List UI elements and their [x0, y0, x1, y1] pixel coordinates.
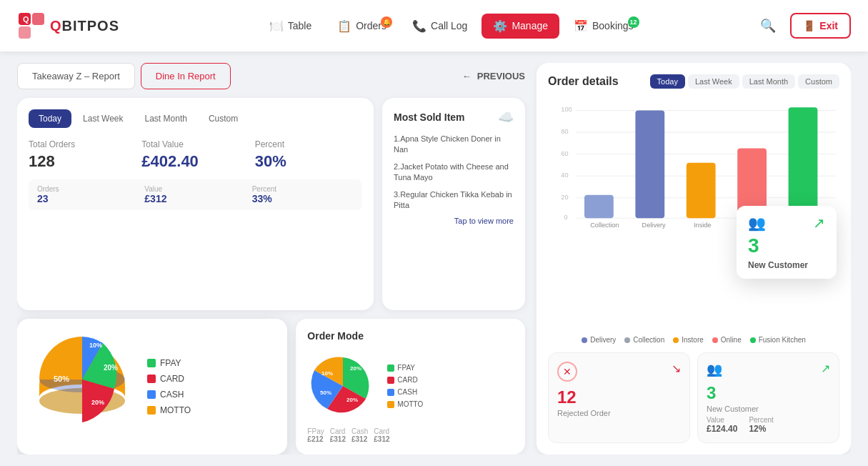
takeaway-tab-label: Takeaway Z – Report — [32, 71, 120, 81]
total-value-label: Total Value — [141, 139, 249, 149]
new-customer-icons: 👥 ↗ — [707, 362, 830, 377]
legend-instore-dot — [673, 337, 679, 343]
rejected-label: Rejected Order — [557, 409, 681, 417]
order-mode-title: Order Mode — [307, 330, 514, 342]
mode-motto-label: MOTTO — [397, 400, 423, 408]
new-customer-sub: Value£124.40 Percent12% — [707, 416, 830, 434]
sold-item-2: 2.Jacket Potato with Cheese and Tuna May… — [394, 162, 514, 184]
svg-text:40: 40 — [561, 172, 568, 179]
floating-new-customer-card: 👥 ↗ 3 New Customer — [737, 206, 837, 279]
svg-text:Collection: Collection — [590, 222, 619, 229]
card-label: CARD — [160, 374, 184, 384]
bar-delivery — [635, 110, 664, 218]
sold-item-3: 3.Regular Chicken Tikka Kebab in Pitta — [394, 189, 514, 212]
new-customer-icon: 👥 — [707, 362, 722, 377]
data-cell-percent: Percent 33% — [252, 185, 354, 204]
tap-more-link[interactable]: Tap to view more — [394, 217, 514, 225]
legend-delivery: Delivery — [582, 336, 616, 344]
most-sold-card: Most Sold Item ☁️ 1.Apna Style Chicken D… — [382, 98, 525, 310]
legend-delivery-dot — [582, 337, 587, 343]
table-icon: 🍽️ — [269, 19, 284, 33]
nav-item-bookings[interactable]: 📅 Bookings 12 — [562, 14, 645, 39]
nav-label-manage: Manage — [512, 20, 548, 31]
svg-text:100: 100 — [561, 106, 572, 113]
total-orders-label: Total Orders — [29, 139, 136, 149]
pie-chart-card: 50% 10% 20% 20% FPAY CARD — [17, 319, 287, 455]
calllog-icon: 📞 — [412, 19, 426, 33]
nav-item-orders[interactable]: 📋 Orders 🔔 — [326, 14, 398, 39]
percent-label: Percent — [255, 139, 362, 149]
nav-item-calllog[interactable]: 📞 Call Log — [401, 14, 479, 39]
legend-collection: Collection — [624, 336, 664, 344]
period-tab-lastweek[interactable]: Last Week — [73, 109, 133, 128]
cloud-icon: ☁️ — [498, 109, 514, 125]
od-tab-custom[interactable]: Custom — [798, 74, 839, 89]
svg-text:80: 80 — [561, 128, 568, 135]
header-actions: 🔍 🚪 Exit — [754, 12, 851, 39]
order-details-title: Order details — [548, 75, 619, 88]
manage-icon: ⚙️ — [493, 19, 507, 33]
search-button[interactable]: 🔍 — [754, 12, 782, 39]
back-arrow-icon[interactable]: ← — [462, 71, 472, 81]
bar-inside — [687, 163, 716, 219]
mode-legend: FPAY CARD CASH — [387, 350, 423, 422]
bookings-badge: 12 — [628, 16, 639, 28]
order-details-header: Order details Today Last Week Last Month… — [548, 74, 839, 89]
new-customer-label: New Customer — [707, 405, 830, 413]
nav-label-bookings: Bookings — [592, 20, 634, 31]
pie-chart-area: 50% 10% 20% 20% — [29, 333, 136, 440]
nc-card-icons: 👥 ↗ — [748, 214, 825, 232]
mode-fpay-val: FPay £212 — [307, 427, 324, 443]
svg-text:20: 20 — [561, 194, 568, 201]
mode-legend-fpay: FPAY — [387, 364, 423, 372]
total-orders-stat: Total Orders 128 — [29, 139, 136, 171]
report-tabs: Takeaway Z – Report Dine In Report ← PRE… — [17, 63, 525, 89]
report-tab-dinein[interactable]: Dine In Report — [141, 63, 231, 89]
stats-card: Today Last Week Last Month Custom — [17, 98, 374, 310]
exit-button[interactable]: 🚪 Exit — [790, 13, 851, 39]
period-tab-today[interactable]: Today — [29, 109, 71, 128]
legend-item-motto: MOTTO — [147, 405, 191, 415]
cards-row: Today Last Week Last Month Custom — [17, 98, 525, 310]
order-mode-content: 20% 20% 50% 10% FPAY — [307, 350, 514, 422]
main-content: Takeaway Z – Report Dine In Report ← PRE… — [0, 51, 868, 466]
od-tab-today[interactable]: Today — [650, 74, 685, 89]
nav-item-manage[interactable]: ⚙️ Manage — [482, 14, 559, 39]
od-tab-lastmonth[interactable]: Last Month — [742, 74, 795, 89]
percent-value: 30% — [255, 152, 362, 171]
card-dot — [147, 375, 156, 383]
od-tab-lastweek[interactable]: Last Week — [688, 74, 739, 89]
mode-cash-dot — [387, 389, 394, 396]
rejected-trend-icon: ↘ — [672, 362, 681, 382]
nav-item-table[interactable]: 🍽️ Table — [258, 14, 323, 39]
legend-fusion: Fusion Kitchen — [750, 336, 806, 344]
legend-item-cash: CASH — [147, 390, 191, 400]
mode-card-val: Card £312 — [330, 427, 346, 443]
period-tab-custom[interactable]: Custom — [199, 109, 248, 128]
logo-icon: Q — [17, 11, 46, 40]
nc-card-label: New Customer — [748, 260, 825, 270]
report-tab-takeaway[interactable]: Takeaway Z – Report — [17, 63, 135, 89]
mode-cash-val: Cash £312 — [351, 427, 368, 443]
svg-text:10%: 10% — [321, 370, 333, 377]
svg-text:20%: 20% — [346, 397, 358, 403]
legend-instore: Instore — [673, 336, 704, 344]
period-tab-lastmonth[interactable]: Last Month — [135, 109, 197, 128]
legend-online-dot — [712, 337, 718, 343]
stats-grid: Total Orders 128 Total Value £402.40 Per… — [29, 139, 362, 171]
logo-text: QBITPOS — [50, 18, 119, 34]
svg-text:60: 60 — [561, 150, 568, 157]
legend-online: Online — [712, 336, 742, 344]
nc-people-icon: 👥 — [748, 214, 766, 232]
svg-rect-1 — [32, 13, 44, 25]
nav-label-table: Table — [288, 20, 311, 31]
new-customer-trend-icon: ↗ — [821, 362, 830, 377]
cash-label: CASH — [160, 390, 184, 400]
previous-label: PREVIOUS — [477, 71, 525, 81]
svg-text:0: 0 — [564, 214, 567, 221]
period-tabs: Today Last Week Last Month Custom — [29, 109, 362, 128]
svg-text:20%: 20% — [350, 365, 361, 372]
svg-text:20%: 20% — [91, 399, 104, 406]
left-panel: Takeaway Z – Report Dine In Report ← PRE… — [17, 63, 525, 455]
legend-item-fpay: FPAY — [147, 358, 191, 368]
